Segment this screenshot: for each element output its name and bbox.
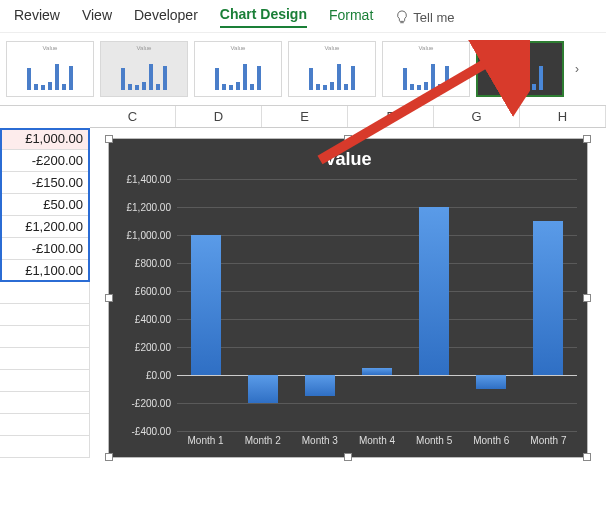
y-axis-label: -£400.00 [132, 426, 171, 437]
resize-handle[interactable] [583, 294, 591, 302]
cell[interactable] [0, 436, 90, 458]
style-thumb-3[interactable]: Value [194, 41, 282, 97]
bar[interactable] [533, 221, 563, 375]
col-header[interactable]: C [90, 106, 176, 127]
tab-review[interactable]: Review [14, 7, 60, 27]
cell[interactable]: -£200.00 [0, 150, 90, 172]
style-thumb-6[interactable]: Value [476, 41, 564, 97]
embedded-chart[interactable]: Value £1,400.00£1,200.00£1,000.00£800.00… [108, 138, 588, 458]
gridline [177, 235, 577, 236]
resize-handle[interactable] [344, 135, 352, 143]
cell[interactable] [0, 282, 90, 304]
cell[interactable] [0, 370, 90, 392]
y-axis-label: £1,200.00 [127, 202, 172, 213]
style-thumb-5[interactable]: Value [382, 41, 470, 97]
gridline [177, 179, 577, 180]
bar[interactable] [248, 375, 278, 403]
tell-me-label: Tell me [413, 10, 454, 25]
cell[interactable]: £1,100.00 [0, 260, 90, 282]
x-axis-label: Month 6 [466, 435, 516, 446]
y-axis-label: £200.00 [135, 342, 171, 353]
resize-handle[interactable] [105, 453, 113, 461]
bar[interactable] [362, 368, 392, 375]
x-axis-label: Month 2 [238, 435, 288, 446]
col-header[interactable]: D [176, 106, 262, 127]
style-thumb-2[interactable]: Value [100, 41, 188, 97]
gridline [177, 263, 577, 264]
bar[interactable] [476, 375, 506, 389]
cell[interactable]: £1,000.00 [0, 128, 90, 150]
y-axis-label: £1,000.00 [127, 230, 172, 241]
ribbon-tabs: Review View Developer Chart Design Forma… [0, 0, 606, 33]
cell[interactable] [0, 414, 90, 436]
y-axis-label: -£200.00 [132, 398, 171, 409]
resize-handle[interactable] [105, 135, 113, 143]
tell-me[interactable]: Tell me [395, 10, 454, 25]
resize-handle[interactable] [344, 453, 352, 461]
column-headers: C D E F G H [90, 106, 606, 128]
x-axis-label: Month 7 [523, 435, 573, 446]
x-axis-label: Month 4 [352, 435, 402, 446]
resize-handle[interactable] [105, 294, 113, 302]
y-axis-label: £600.00 [135, 286, 171, 297]
bar[interactable] [419, 207, 449, 375]
x-axis-label: Month 5 [409, 435, 459, 446]
cell[interactable]: £50.00 [0, 194, 90, 216]
cell[interactable]: -£150.00 [0, 172, 90, 194]
resize-handle[interactable] [583, 453, 591, 461]
gridline [177, 207, 577, 208]
col-header[interactable]: H [520, 106, 606, 127]
chart-title[interactable]: Value [109, 139, 587, 174]
gridline [177, 431, 577, 432]
cells-column: £1,000.00 -£200.00 -£150.00 £50.00 £1,20… [0, 128, 90, 458]
tab-view[interactable]: View [82, 7, 112, 27]
col-header[interactable]: F [348, 106, 434, 127]
bar[interactable] [191, 235, 221, 375]
cell[interactable]: £1,200.00 [0, 216, 90, 238]
y-axis-label: £1,400.00 [127, 174, 172, 185]
x-axis-label: Month 3 [295, 435, 345, 446]
y-axis-label: £400.00 [135, 314, 171, 325]
y-axis-label: £0.00 [146, 370, 171, 381]
gridline [177, 403, 577, 404]
bar[interactable] [305, 375, 335, 396]
cell[interactable] [0, 348, 90, 370]
tab-chart-design[interactable]: Chart Design [220, 6, 307, 28]
zero-line [177, 375, 577, 376]
style-thumb-4[interactable]: Value [288, 41, 376, 97]
cell[interactable] [0, 326, 90, 348]
lightbulb-icon [395, 10, 409, 24]
cell[interactable] [0, 392, 90, 414]
chart-style-gallery: Value Value Value Value Value Value › [0, 33, 606, 106]
gridline [177, 291, 577, 292]
gridline [177, 319, 577, 320]
x-axis-label: Month 1 [181, 435, 231, 446]
gallery-next-button[interactable]: › [570, 62, 584, 76]
plot-area[interactable]: £1,400.00£1,200.00£1,000.00£800.00£600.0… [177, 179, 577, 431]
col-header[interactable]: E [262, 106, 348, 127]
gridline [177, 347, 577, 348]
resize-handle[interactable] [583, 135, 591, 143]
y-axis-label: £800.00 [135, 258, 171, 269]
tab-format[interactable]: Format [329, 7, 373, 27]
sheet-area: C D E F G H £1,000.00 -£200.00 -£150.00 … [0, 106, 606, 506]
cell[interactable] [0, 304, 90, 326]
cell[interactable]: -£100.00 [0, 238, 90, 260]
tab-developer[interactable]: Developer [134, 7, 198, 27]
style-thumb-1[interactable]: Value [6, 41, 94, 97]
col-header[interactable]: G [434, 106, 520, 127]
